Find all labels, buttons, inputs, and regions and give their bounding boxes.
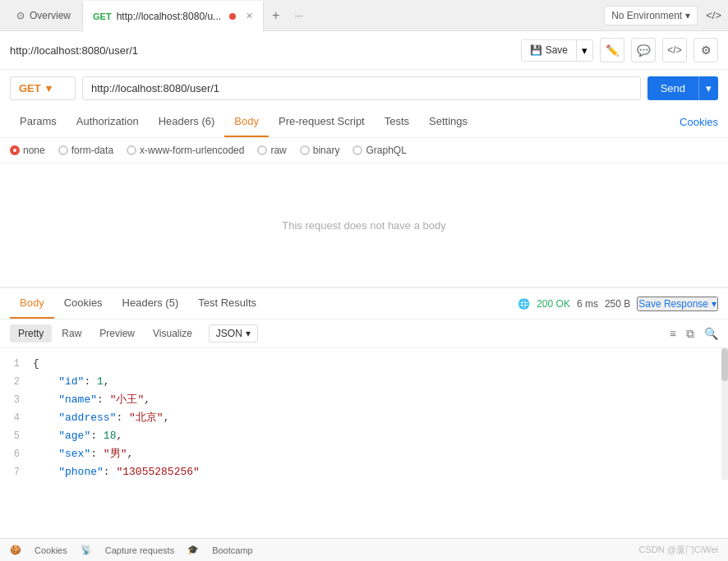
active-tab-dot bbox=[229, 13, 236, 20]
response-section: Body Cookies Headers (5) Test Results 🌐 … bbox=[0, 287, 728, 480]
chevron-down-icon: ▾ bbox=[685, 10, 690, 21]
status-ok-badge: 200 OK bbox=[537, 298, 570, 310]
save-group: 💾 Save ▾ bbox=[521, 39, 593, 62]
save-icon: 💾 bbox=[530, 44, 542, 56]
method-chevron-icon: ▾ bbox=[46, 82, 52, 94]
response-size: 250 B bbox=[605, 298, 630, 310]
url-input[interactable] bbox=[82, 76, 641, 100]
pencil-btn[interactable]: ✏️ bbox=[600, 38, 624, 62]
resp-tab-cookies[interactable]: Cookies bbox=[54, 288, 113, 319]
tab-headers[interactable]: Headers (6) bbox=[149, 107, 225, 137]
code-icon[interactable]: </> bbox=[706, 9, 721, 21]
code-line-1: 1 { bbox=[0, 355, 728, 373]
copy-icon[interactable]: ⧉ bbox=[686, 327, 694, 341]
method-select[interactable]: GET ▾ bbox=[10, 76, 76, 100]
tab-params[interactable]: Params bbox=[10, 107, 67, 137]
save-arrow-btn[interactable]: ▾ bbox=[576, 40, 592, 61]
cookies-bottom-label[interactable]: Cookies bbox=[35, 545, 67, 555]
body-type-urlencoded[interactable]: x-www-form-urlencoded bbox=[127, 145, 244, 156]
active-tab-url: http://localhost:8080/u... bbox=[117, 11, 221, 22]
tab-body[interactable]: Body bbox=[224, 107, 269, 137]
body-type-row: none form-data x-www-form-urlencoded raw… bbox=[0, 138, 728, 163]
env-select[interactable]: No Environment ▾ bbox=[604, 6, 698, 25]
code-line-7: 7 "phone": "13055285256" bbox=[0, 463, 728, 480]
radio-raw-dot bbox=[257, 145, 267, 155]
tab-tests[interactable]: Tests bbox=[375, 107, 419, 137]
json-chevron-icon: ▾ bbox=[246, 328, 251, 339]
scrollbar-thumb[interactable] bbox=[721, 348, 728, 381]
watermark: CSDN @厦门CiWei bbox=[638, 544, 718, 556]
body-type-none[interactable]: none bbox=[10, 145, 45, 156]
cookies-link[interactable]: Cookies bbox=[680, 116, 718, 128]
body-empty-area: This request does not have a body bbox=[0, 163, 728, 287]
comment-btn[interactable]: 💬 bbox=[631, 38, 656, 62]
more-tabs-btn[interactable]: ··· bbox=[288, 10, 309, 21]
body-type-raw[interactable]: raw bbox=[257, 145, 286, 156]
right-icons: </> bbox=[699, 9, 721, 21]
code-line-6: 6 "sex": "男", bbox=[0, 445, 728, 463]
code-line-5: 5 "age": 18, bbox=[0, 427, 728, 445]
tab-active-request[interactable]: GET http://localhost:8080/u... ✕ bbox=[82, 1, 264, 30]
bootcamp-label[interactable]: Bootcamp bbox=[212, 545, 253, 555]
tab-pre-request[interactable]: Pre-request Script bbox=[269, 107, 375, 137]
resp-tab-test-results[interactable]: Test Results bbox=[188, 288, 266, 319]
code-line-4: 4 "address": "北京", bbox=[0, 409, 728, 427]
code-line-3: 3 "name": "小王", bbox=[0, 391, 728, 409]
format-row: Pretty Raw Preview Visualize JSON ▾ ≡ ⧉ … bbox=[0, 320, 728, 348]
bootcamp-icon: 🎓 bbox=[187, 545, 199, 555]
top-bar: ⊙ Overview GET http://localhost:8080/u..… bbox=[0, 0, 728, 31]
radio-none-dot bbox=[10, 145, 20, 155]
add-tab-btn[interactable]: + bbox=[265, 8, 286, 23]
resp-tab-headers[interactable]: Headers (5) bbox=[113, 288, 189, 319]
active-tab-method: GET bbox=[93, 11, 112, 21]
save-response-btn[interactable]: Save Response ▾ bbox=[637, 297, 718, 311]
settings-icon-btn[interactable]: ⚙ bbox=[693, 38, 718, 62]
filter-icon[interactable]: ≡ bbox=[670, 327, 676, 341]
overview-label: Overview bbox=[30, 10, 71, 21]
code-view-btn[interactable]: </> bbox=[662, 38, 687, 62]
response-tabs-row: Body Cookies Headers (5) Test Results 🌐 … bbox=[0, 288, 728, 320]
request-tabs-row: Params Authorization Headers (6) Body Pr… bbox=[0, 107, 728, 138]
radio-graphql-dot bbox=[352, 145, 362, 155]
save-response-arrow-icon: ▾ bbox=[712, 298, 716, 310]
json-select[interactable]: JSON ▾ bbox=[209, 324, 258, 343]
method-label: GET bbox=[19, 82, 41, 94]
close-icon[interactable]: ✕ bbox=[246, 11, 253, 21]
env-label: No Environment bbox=[611, 10, 682, 21]
capture-icon: 📡 bbox=[81, 545, 92, 555]
resp-tab-body[interactable]: Body bbox=[10, 288, 54, 319]
send-arrow-btn[interactable]: ▾ bbox=[698, 76, 718, 100]
bottom-bar: 🍪 Cookies 📡 Capture requests 🎓 Bootcamp … bbox=[0, 538, 728, 561]
search-icon[interactable]: 🔍 bbox=[704, 327, 718, 341]
radio-formdata-dot bbox=[58, 145, 68, 155]
fmt-visualize-btn[interactable]: Visualize bbox=[145, 324, 200, 343]
radio-urlencoded-dot bbox=[127, 145, 136, 155]
address-bar: http://localhost:8080/user/1 💾 Save ▾ ✏️… bbox=[0, 31, 728, 70]
tab-overview[interactable]: ⊙ Overview bbox=[7, 1, 81, 30]
save-button[interactable]: 💾 Save bbox=[522, 40, 576, 60]
body-type-graphql[interactable]: GraphQL bbox=[352, 145, 406, 156]
cookies-bottom-icon: 🍪 bbox=[10, 545, 21, 555]
code-line-2: 2 "id": 1, bbox=[0, 373, 728, 391]
format-right-icons: ≡ ⧉ 🔍 bbox=[670, 327, 718, 341]
tab-authorization[interactable]: Authorization bbox=[67, 107, 149, 137]
body-type-formdata[interactable]: form-data bbox=[58, 145, 113, 156]
radio-binary-dot bbox=[300, 145, 310, 155]
fmt-preview-btn[interactable]: Preview bbox=[91, 324, 143, 343]
capture-label[interactable]: Capture requests bbox=[105, 545, 174, 555]
fmt-raw-btn[interactable]: Raw bbox=[53, 324, 90, 343]
body-empty-msg: This request does not have a body bbox=[282, 219, 445, 232]
tab-settings[interactable]: Settings bbox=[419, 107, 477, 137]
json-label: JSON bbox=[216, 328, 242, 339]
vertical-scrollbar[interactable] bbox=[721, 348, 728, 480]
response-time: 6 ms bbox=[577, 298, 598, 310]
send-button[interactable]: Send bbox=[647, 76, 698, 100]
code-area[interactable]: 1 { 2 "id": 1, 3 "name": "小王", 4 "addres… bbox=[0, 348, 728, 480]
globe-icon: 🌐 bbox=[518, 298, 530, 310]
body-type-binary[interactable]: binary bbox=[300, 145, 340, 156]
overview-icon: ⊙ bbox=[16, 10, 25, 21]
url-display: http://localhost:8080/user/1 bbox=[10, 44, 514, 57]
fmt-pretty-btn[interactable]: Pretty bbox=[10, 324, 52, 343]
send-group: Send ▾ bbox=[647, 76, 718, 100]
request-row: GET ▾ Send ▾ bbox=[0, 70, 728, 107]
